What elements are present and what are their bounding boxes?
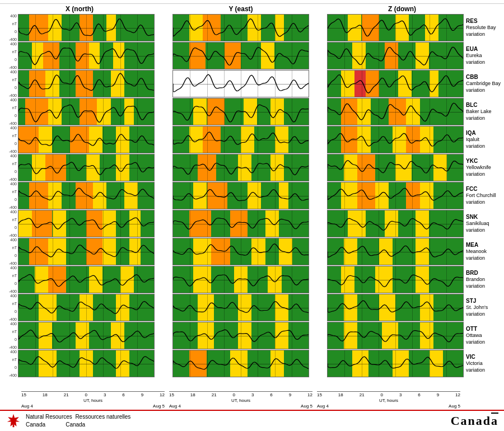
- panel-snk-col1: [172, 210, 309, 237]
- y-bot: -400: [9, 149, 17, 153]
- y-bot: -400: [9, 233, 17, 237]
- y-axis-col1-row2: [157, 70, 172, 97]
- panel-ott-col0: [18, 322, 155, 349]
- chart-row-vic: 400nT0-400 VIC Victoria variation: [2, 350, 502, 377]
- x-unit-label: UT, hours: [169, 397, 312, 403]
- maple-leaf-icon: [6, 413, 21, 429]
- y-axis-col0-row5: 400nT0-400: [2, 154, 18, 181]
- signal-svg-blc-col1: [173, 99, 309, 125]
- y-axis-col2-row12: [311, 350, 327, 377]
- y-axis-col2-row3: [311, 98, 327, 125]
- station-code-cbb: CBB: [466, 73, 502, 81]
- x-tick-label: 0: [85, 392, 87, 397]
- panel-stj-col1: [172, 294, 309, 321]
- x-tick-label: 15: [169, 392, 174, 397]
- y-axis-col1-row7: [157, 210, 172, 237]
- panel-snk-col0: [18, 210, 155, 237]
- x-unit-label: UT, hours: [21, 397, 165, 403]
- y-axis-col2-row10: [311, 294, 327, 321]
- y-mid: 0: [15, 114, 17, 118]
- y-top: 400: [10, 154, 17, 158]
- org-country-en: Canada: [26, 421, 45, 428]
- signal-svg-mea-col1: [173, 238, 309, 265]
- station-type-brd: variation: [466, 283, 502, 290]
- y-axis-col1-row5: [157, 154, 172, 181]
- signal-svg-cbb-col2: [328, 71, 463, 97]
- panel-vic-col2: [327, 350, 464, 377]
- y-mid: 0: [15, 142, 17, 146]
- signal-svg-snk-col0: [18, 210, 154, 237]
- signal-svg-snk-col1: [173, 210, 309, 237]
- y-mid: 0: [15, 226, 17, 229]
- svg-rect-1: [13, 424, 15, 428]
- y-mid: 0: [15, 338, 17, 341]
- y-axis-col0-row6: 400nT0-400: [2, 182, 18, 209]
- x-tick-label: 9: [289, 392, 291, 397]
- y-unit: nT: [12, 218, 17, 222]
- org-name-en: Natural Resources: [26, 414, 72, 420]
- y-axis-col1-row6: [157, 182, 172, 209]
- y-mid: 0: [15, 198, 17, 202]
- x-tick-label: 21: [212, 392, 217, 397]
- station-code-mea: MEA: [466, 241, 502, 249]
- y-mid: 0: [15, 366, 17, 369]
- signal-svg-cbb-col0: [18, 71, 154, 97]
- signal-svg-brd-col2: [328, 266, 463, 293]
- y-axis-col2-row5: [311, 154, 327, 181]
- signal-svg-ott-col1: [173, 322, 309, 349]
- station-name-ott: Ottawa: [466, 332, 502, 339]
- y-unit: nT: [12, 50, 17, 54]
- signal-svg-snk-col2: [328, 210, 463, 237]
- y-top: 400: [10, 126, 17, 130]
- station-name-iqa: Iqaluit: [466, 137, 502, 143]
- x-tick-label: 18: [190, 392, 195, 397]
- x-tick-label: 15: [21, 392, 26, 397]
- station-name-eua: Eureka: [466, 53, 502, 59]
- signal-svg-iqa-col0: [18, 127, 154, 153]
- canada-logo: Canada: [451, 414, 498, 428]
- x-tick-label: 21: [360, 392, 365, 397]
- y-axis-col2-row6: [311, 182, 327, 209]
- panel-blc-col1: [172, 98, 309, 125]
- y-axis-col1-row1: [157, 42, 172, 69]
- x-tick-label: 3: [399, 392, 402, 397]
- station-code-fcc: FCC: [466, 185, 502, 193]
- signal-svg-vic-col1: [173, 350, 309, 377]
- panel-iqa-col0: [18, 126, 155, 153]
- signal-svg-iqa-col1: [173, 127, 309, 153]
- y-top: 400: [10, 266, 17, 270]
- org-country-fr: Canada: [66, 421, 85, 428]
- panel-iqa-col2: [327, 126, 464, 153]
- station-type-ott: variation: [466, 339, 502, 346]
- signal-svg-ykc-col2: [328, 154, 463, 181]
- chart-row-eua: 400nT0-400 EUA Eureka variation: [2, 42, 502, 69]
- y-bot: -400: [9, 93, 17, 97]
- chart-row-ott: 400nT0-400 OTT Ottawa variation: [2, 322, 502, 349]
- station-label-stj: STJ St. John's variation: [464, 294, 502, 321]
- y-top: 400: [10, 238, 17, 242]
- station-name-snk: Sanikiluaq: [466, 221, 502, 227]
- station-type-iqa: variation: [466, 143, 502, 150]
- station-name-blc: Baker Lake: [466, 109, 502, 115]
- signal-svg-ykc-col0: [18, 154, 154, 181]
- signal-svg-fcc-col2: [328, 182, 463, 209]
- station-label-ykc: YKC Yellowknife variation: [464, 154, 502, 181]
- charts-container: 400nT0-400 RES Resolute Bay variation 40…: [0, 13, 504, 391]
- header: [0, 0, 504, 4]
- panel-stj-col2: [327, 294, 464, 321]
- x-tick-label: 9: [437, 392, 439, 397]
- y-axis-col2-row8: [311, 238, 327, 265]
- chart-row-mea: 400nT0-400 MEA Meanook variation: [2, 238, 502, 265]
- station-type-cbb: variation: [466, 87, 502, 94]
- station-name-mea: Meanook: [466, 249, 502, 255]
- station-type-blc: variation: [466, 115, 502, 122]
- panel-brd-col0: [18, 266, 155, 293]
- chart-row-stj: 400nT0-400 STJ St. John's variation: [2, 294, 502, 321]
- x-tick-label: 12: [307, 392, 312, 397]
- x-tick-label: 6: [418, 392, 420, 397]
- chart-row-brd: 400nT0-400 BRD Brandon variation: [2, 266, 502, 293]
- y-axis-col1-row9: [157, 266, 172, 293]
- y-mid: 0: [15, 170, 17, 174]
- y-bot: -400: [9, 289, 17, 293]
- org-name-fr: Ressources naturelles: [75, 414, 130, 420]
